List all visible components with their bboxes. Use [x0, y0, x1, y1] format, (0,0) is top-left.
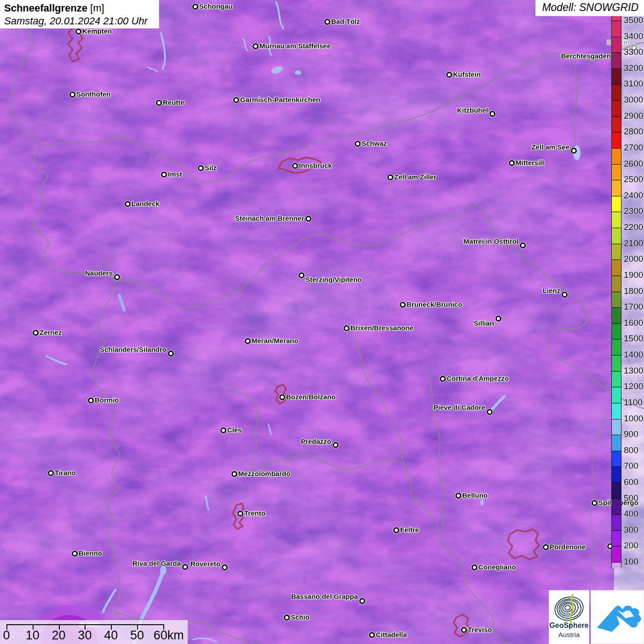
colorbar-value: 1700: [624, 302, 643, 311]
colorbar-value: 1800: [624, 287, 643, 296]
colorbar-value: 2900: [624, 111, 643, 121]
colorbar-value: 300: [624, 525, 638, 535]
title-box: Schneefallgrenze [m] Samstag, 20.01.2024…: [0, 0, 159, 29]
colorbar-value: 1600: [624, 318, 643, 328]
map-subtitle: Samstag, 20.01.2024 21:00 Uhr: [4, 15, 155, 27]
scale-label: 60km: [154, 628, 184, 643]
colorbar-value: 800: [624, 446, 638, 455]
colorbar-value: 3200: [624, 63, 643, 73]
colorbar-value: 2600: [624, 159, 643, 168]
colorbar-value: 1100: [624, 398, 643, 407]
scale-label: 30: [78, 628, 92, 643]
scale-label: 20: [52, 628, 66, 643]
colorbar-value: 2200: [624, 223, 643, 232]
colorbar-value: 3000: [624, 95, 643, 104]
colorbar-value: 1400: [624, 350, 643, 359]
colorbar-value: 2700: [624, 143, 643, 152]
colorbar-value: 1300: [624, 366, 643, 375]
colorbar-value: 1000: [624, 414, 643, 423]
partner-logo: [591, 590, 644, 644]
colorbar-value: 2300: [624, 207, 643, 216]
colorbar-value: 2100: [624, 239, 643, 248]
colorbar-value: 2000: [624, 254, 643, 264]
colorbar-value: 400: [624, 509, 638, 518]
colorbar-value: 2400: [624, 191, 643, 200]
map-title: Schneefallgrenze [m]: [4, 1, 155, 15]
map-unit: [m]: [90, 2, 104, 14]
model-label: Modell: SNOWGRID: [535, 0, 644, 16]
colorbar-value: 700: [624, 461, 638, 471]
colorbar-value: 600: [624, 477, 638, 487]
colorbar-value: 500: [624, 494, 638, 503]
colorbar-value: 3400: [624, 32, 643, 41]
geosphere-country: Austria: [549, 631, 589, 638]
colorbar-value: 2800: [624, 127, 643, 136]
colorbar-labels: 3500340033003200310030002900280027002600…: [0, 0, 644, 644]
colorbar-value: 3500: [624, 16, 643, 25]
scale-label: 10: [26, 628, 40, 643]
colorbar-value: 1200: [624, 382, 643, 391]
colorbar-value: 1500: [624, 334, 643, 343]
colorbar-value: 200: [624, 541, 638, 550]
colorbar-value: 3100: [624, 79, 643, 88]
snowfall-limit-map: SchongauBad TölzKemptenMurnau am Staffel…: [0, 0, 644, 644]
colorbar-value: 2500: [624, 175, 643, 184]
colorbar-value: 900: [624, 430, 638, 439]
geosphere-name: GeoSphere: [549, 621, 589, 630]
scale-label: 50: [130, 628, 144, 643]
scale-label: 40: [104, 628, 118, 643]
scale-bar: 0102030405060km: [0, 620, 188, 644]
colorbar-value: 1900: [624, 270, 643, 280]
scale-label: 0: [3, 628, 10, 643]
colorbar-value: 100: [624, 557, 638, 566]
geosphere-logo: GeoSphere Austria: [549, 590, 589, 644]
colorbar-value: 3300: [624, 47, 643, 57]
mountain-cloud-icon: [591, 591, 644, 644]
